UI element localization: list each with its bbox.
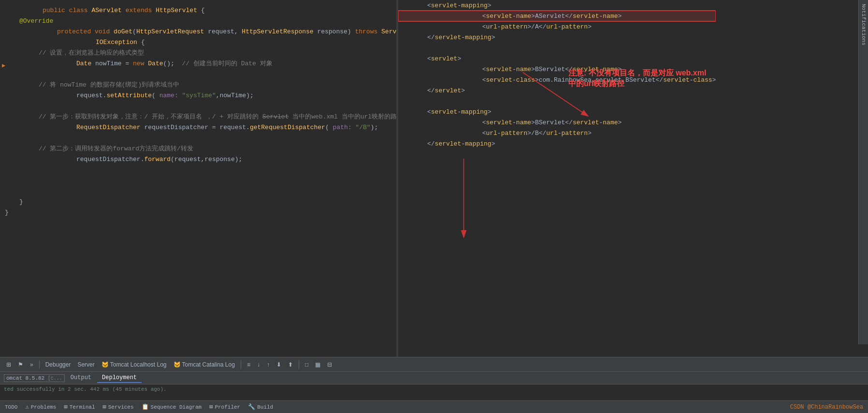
sequence-label: Sequence Diagram [151,404,202,410]
sequence-icon: 📋 [142,403,149,411]
annotation-text-line2: 中的url映射路径 [568,78,706,89]
terminal-icon: ⊞ [64,403,67,411]
problems-label: Problems [31,404,57,410]
separator [39,360,40,369]
grid-btn[interactable]: ▦ [313,360,323,369]
sequence-diagram-item[interactable]: 📋 Sequence Diagram [142,403,202,411]
scroll-indicator: ▶ [2,62,5,69]
tomcat-badge[interactable]: omcat 8.5.82 [c... [4,374,65,382]
minus-box-btn[interactable]: ⊟ [325,360,334,369]
editor-area: ▶ public class AServlet extends HttpServ… [0,0,868,357]
todo-item[interactable]: TODO [5,404,17,410]
scroll-down2-btn[interactable]: ⬇ [274,360,284,369]
output-tab[interactable]: Output [66,373,96,383]
console-tabs: omcat 8.5.82 [c... Output Deployment [0,372,868,384]
scroll-up-btn[interactable]: ↑ [264,360,272,369]
terminal-label: Terminal [70,404,95,410]
code-line: } [0,196,396,207]
console-content: ted successfully in 2 sec. 442 ms (45 mi… [0,384,868,400]
csdn-badge: CSDN @ChinaRainbowSea [790,404,863,411]
warning-icon: ⚠ [25,403,29,411]
xml-line: <url-pattern>/B</url-pattern> [398,128,716,138]
code-line: RequestDispatcher requestDispatcher = re… [0,122,396,133]
server-tab[interactable]: Server [75,360,97,369]
code-line [0,186,396,196]
console-area: omcat 8.5.82 [c... Output Deployment ted… [0,371,868,400]
profiler-item[interactable]: ⊞ Profiler [209,403,240,411]
services-label: Services [108,404,134,410]
main-container: ▶ public class AServlet extends HttpServ… [0,0,868,413]
menu-btn[interactable]: ≡ [245,360,253,369]
code-line: requestDispatcher.forward(request,respon… [0,154,396,164]
separator [241,360,241,369]
code-line: } [0,207,396,218]
left-editor: ▶ public class AServlet extends HttpServ… [0,0,396,357]
annotation-box: 注意: 不没有项目名，而是对应 web.xml 中的url映射路径 [568,68,706,89]
scroll-up2-btn[interactable]: ⬆ [286,360,295,369]
deployment-tab[interactable]: Deployment [97,373,142,383]
more-button[interactable]: » [28,360,36,369]
build-icon: 🔧 [248,403,255,411]
debugger-tab[interactable]: Debugger [43,360,73,369]
tomcat-localhost-log-tab[interactable]: 🐱 Tomcat Localhost Log [99,360,169,369]
xml-line: <url-pattern>/A</url-pattern> [398,21,716,32]
right-editor-wrapper: <servlet-mapping> <servlet-name>AServlet… [398,0,716,357]
notifications-icon[interactable]: Notifications [861,4,867,45]
code-line: Date nowTime = new Date(); // 创建当前时间的 Da… [0,58,396,69]
code-line: public class AServlet extends HttpServle… [0,5,396,15]
separator [299,360,299,369]
todo-label: TODO [5,404,17,410]
profiler-icon: ⊞ [209,403,213,411]
xml-panel: <servlet-mapping> <servlet-name>AServlet… [398,0,716,153]
console-status-text: ted successfully in 2 sec. 442 ms (45 mi… [4,386,167,392]
build-label: Build [257,404,273,410]
build-item[interactable]: 🔧 Build [248,403,273,411]
problems-item[interactable]: ⚠ Problems [25,403,56,411]
filter-button[interactable]: ⚑ [15,360,26,369]
tomcat-catalina-log-tab[interactable]: 🐱 Tomcat Catalina Log [171,360,237,369]
xml-line [398,96,716,106]
services-icon: ⊞ [103,403,106,411]
xml-line [398,43,716,53]
code-line: request.setAttribute( name: "sysTime",no… [0,90,396,101]
status-bar: TODO ⚠ Problems ⊞ Terminal ⊞ Services 📋 … [0,400,868,413]
profiler-label: Profiler [215,404,240,410]
scroll-down-btn[interactable]: ↓ [255,360,262,369]
annotation-text-line1: 注意: 不没有项目名，而是对应 web.xml [568,68,706,78]
code-line [0,175,396,186]
box-btn[interactable]: □ [303,360,311,369]
bottom-toolbar: ⊞ ⚑ » Debugger Server 🐱 Tomcat Localhost… [0,357,868,371]
layout-button[interactable]: ⊞ [4,360,14,369]
terminal-item[interactable]: ⊞ Terminal [64,403,95,411]
services-item[interactable]: ⊞ Services [103,403,134,411]
notifications-panel: Notifications [858,0,868,344]
